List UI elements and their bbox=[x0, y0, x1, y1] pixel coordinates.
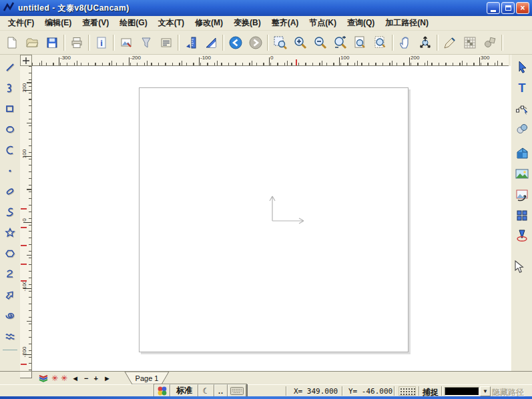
menu-query[interactable]: 查询(Q) bbox=[342, 15, 380, 31]
zoom-dynamic-icon bbox=[333, 35, 348, 50]
grid-pattern-button[interactable] bbox=[460, 33, 480, 53]
menu-node[interactable]: 节点(K) bbox=[304, 15, 342, 31]
mouse-cursor bbox=[515, 260, 524, 274]
zoom-out-button[interactable] bbox=[310, 33, 330, 53]
menu-file[interactable]: 文件(F) bbox=[3, 15, 39, 31]
fit-view-button[interactable] bbox=[415, 33, 435, 53]
grid-pattern-icon bbox=[463, 35, 477, 50]
zoom-page-button[interactable] bbox=[350, 33, 370, 53]
text-tool-button[interactable]: T bbox=[513, 77, 531, 97]
arc-tool-button[interactable] bbox=[1, 140, 19, 160]
invert-display-button[interactable]: ☾ bbox=[198, 384, 214, 397]
zoom-document-button[interactable] bbox=[370, 33, 390, 53]
layer-visibility-icon[interactable]: ✳ bbox=[61, 373, 67, 384]
wave-tool-button[interactable] bbox=[1, 326, 19, 346]
render-image-tool-button[interactable] bbox=[513, 164, 531, 184]
rectangle-tool-button[interactable] bbox=[1, 99, 19, 119]
page-tab[interactable]: Page 1 bbox=[123, 372, 171, 385]
menu-modify[interactable]: 修改(M) bbox=[190, 15, 228, 31]
close-button[interactable]: × bbox=[516, 2, 529, 14]
forward-button[interactable] bbox=[246, 33, 266, 53]
engrave-cutter-tool-button[interactable] bbox=[513, 226, 531, 246]
zoom-select-icon bbox=[273, 35, 288, 50]
toolbar-divider bbox=[3, 350, 17, 350]
standard-style-button[interactable]: 标准 bbox=[170, 384, 198, 397]
engrave-cutter-icon bbox=[515, 229, 529, 244]
image-export-icon bbox=[515, 187, 529, 202]
rotated-ellipse-tool-button[interactable] bbox=[1, 181, 19, 202]
ruler-mark bbox=[296, 59, 297, 65]
line-tool-button[interactable] bbox=[1, 57, 19, 77]
add-page-button[interactable]: + bbox=[92, 372, 99, 384]
grid-toggle-button[interactable] bbox=[398, 386, 416, 396]
menu-toolpath[interactable]: 加工路径(N) bbox=[380, 15, 434, 31]
open-folder-button[interactable] bbox=[22, 33, 42, 53]
restore-icon bbox=[505, 5, 511, 11]
new-document-button[interactable] bbox=[2, 33, 22, 53]
simulate-brush-button[interactable] bbox=[440, 33, 460, 53]
curve-tool-button[interactable] bbox=[1, 78, 19, 98]
color-dropdown[interactable]: ▼ bbox=[445, 386, 491, 396]
layer-colors-icon[interactable] bbox=[39, 374, 49, 382]
info-button[interactable]: i bbox=[91, 33, 111, 53]
menu-transform[interactable]: 变换(B) bbox=[228, 15, 266, 31]
application-window: untitled - 文泰v8(UCancam) × 文件(F) 编辑(E) 查… bbox=[0, 0, 532, 399]
dropdown-arrow-icon[interactable]: ▼ bbox=[480, 386, 491, 396]
zoom-select-button[interactable] bbox=[270, 33, 290, 53]
protractor-button[interactable] bbox=[201, 33, 221, 53]
print-button[interactable] bbox=[67, 33, 87, 53]
point-tool-button[interactable] bbox=[1, 161, 19, 181]
keyboard-icon bbox=[230, 387, 244, 395]
solid-3d-tool-button[interactable] bbox=[513, 143, 531, 163]
style-palette-button[interactable] bbox=[154, 384, 170, 397]
export-image-button[interactable] bbox=[116, 33, 136, 53]
layers-list-button[interactable] bbox=[156, 33, 176, 53]
select-tool-button[interactable] bbox=[513, 57, 531, 77]
x-coordinate-readout: X= 349.000 bbox=[294, 387, 338, 396]
image-export-tool-button[interactable] bbox=[513, 185, 531, 205]
save-button[interactable] bbox=[42, 33, 62, 53]
menu-align[interactable]: 整齐(A) bbox=[266, 15, 304, 31]
first-page-button[interactable]: ◄ bbox=[70, 372, 80, 384]
ruler-origin-button[interactable] bbox=[20, 55, 32, 66]
menu-edit[interactable]: 编辑(E) bbox=[39, 15, 77, 31]
array-copy-tool-button[interactable] bbox=[513, 206, 531, 226]
weld-link-tool-button[interactable] bbox=[513, 119, 531, 139]
arrow-shape-tool-button[interactable] bbox=[1, 285, 19, 305]
zoom-dynamic-button[interactable] bbox=[330, 33, 350, 53]
filter-funnel-button[interactable] bbox=[136, 33, 156, 53]
minimize-button[interactable] bbox=[487, 2, 500, 14]
tool-extra-button[interactable] bbox=[480, 33, 500, 53]
rectangle-icon bbox=[4, 103, 16, 115]
menu-text[interactable]: 文本(T) bbox=[153, 15, 190, 31]
status-separator bbox=[394, 386, 395, 396]
star-tool-button[interactable] bbox=[1, 223, 19, 243]
menu-view[interactable]: 查看(V) bbox=[77, 15, 114, 31]
zoom-in-button[interactable] bbox=[290, 33, 310, 53]
moon-icon: ☾ bbox=[203, 386, 210, 396]
layer-visibility-icon[interactable]: ✳ bbox=[51, 373, 58, 384]
polyline-tool-button[interactable] bbox=[1, 264, 19, 284]
back-button[interactable] bbox=[226, 33, 246, 53]
ellipse-tool-button[interactable] bbox=[1, 119, 19, 139]
export-image-icon bbox=[119, 36, 133, 49]
pan-hand-button[interactable] bbox=[395, 33, 415, 53]
options-button[interactable]: .. bbox=[214, 384, 228, 397]
ruler-mark bbox=[21, 208, 27, 210]
menu-draw[interactable]: 绘图(G) bbox=[114, 15, 152, 31]
drawing-canvas[interactable] bbox=[32, 66, 511, 371]
node-edit-tool-button[interactable] bbox=[513, 98, 531, 118]
zoom-in-icon bbox=[293, 35, 308, 50]
polygon-tool-button[interactable] bbox=[1, 244, 19, 264]
spline-tool-button[interactable] bbox=[1, 202, 19, 222]
remove-page-button[interactable]: − bbox=[83, 372, 89, 384]
last-page-button[interactable]: ► bbox=[102, 372, 112, 384]
ruler-stub bbox=[20, 372, 32, 378]
keyboard-input-button[interactable] bbox=[228, 384, 246, 397]
restore-button[interactable] bbox=[501, 2, 515, 14]
current-color-swatch bbox=[445, 387, 479, 396]
pan-hand-icon bbox=[398, 35, 413, 50]
arc-icon bbox=[4, 144, 16, 156]
ruler-measure-button[interactable] bbox=[181, 33, 201, 53]
spiral-tool-button[interactable] bbox=[1, 306, 19, 326]
